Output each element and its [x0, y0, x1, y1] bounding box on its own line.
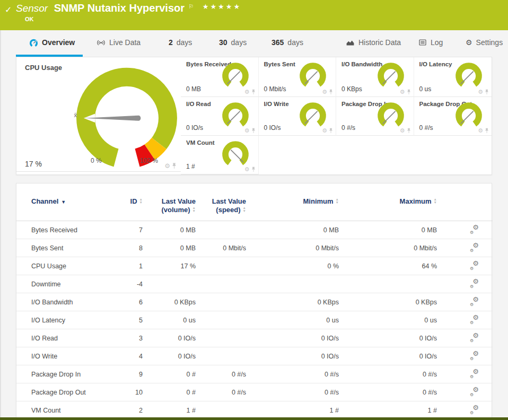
gauge-settings-gear-icon[interactable]: ⚙	[478, 128, 483, 134]
cell-last-value-volume: 0 MB	[144, 239, 197, 257]
gauge-settings-gear-icon[interactable]: ⚙	[400, 128, 405, 134]
tab-live-data[interactable]: Live Data	[97, 30, 141, 55]
col-header-minimum[interactable]: Minimum▲▼	[247, 194, 340, 221]
tab-settings[interactable]: ⚙ Settings	[466, 30, 503, 55]
gauge-bytes-received[interactable]: Bytes Received 0 MB ⚙	[181, 57, 259, 97]
cpu-gauge-title: CPU Usage	[25, 64, 62, 72]
gauge-value: 0 us	[419, 85, 432, 93]
channel-settings-icon[interactable]: ⚙⚙	[470, 388, 479, 396]
priority-stars[interactable]: ★★★★★	[203, 3, 241, 11]
cell-edit: ⚙⚙	[438, 383, 493, 401]
pin-icon[interactable]	[329, 89, 333, 95]
col-header-last-value-volume[interactable]: Last Value (volume)▲▼	[144, 194, 197, 221]
tab-overview[interactable]: Overview	[29, 30, 75, 55]
gauge-bytes-sent[interactable]: Bytes Sent 0 Mbit/s ⚙	[259, 57, 337, 97]
gauge-io-write[interactable]: I/O Write 0 IO/s ⚙	[259, 97, 337, 136]
tab-365-days-number: 365	[271, 38, 284, 47]
col-header-channel[interactable]: Channel▼	[16, 194, 107, 221]
prtg-sensor-page: ✓ Sensor SNMP Nutanix Hypervisor ⚐ ★★★★★…	[0, 0, 508, 420]
gauge-settings-gear-icon[interactable]: ⚙	[322, 89, 327, 95]
cell-id: 2	[107, 401, 144, 419]
tab-historic-data-label: Historic Data	[358, 38, 401, 47]
channel-settings-icon[interactable]: ⚙⚙	[470, 406, 479, 414]
col-header-maximum[interactable]: Maximum▲▼	[340, 194, 438, 221]
gauge-settings-gear-icon[interactable]: ⚙	[478, 89, 483, 95]
cell-minimum: 0 %	[247, 257, 340, 275]
channel-settings-icon[interactable]: ⚙⚙	[470, 334, 479, 342]
gauge-settings-gear-icon[interactable]: ⚙	[164, 163, 170, 169]
pin-icon[interactable]	[485, 128, 489, 134]
cell-minimum: 0 KBps	[247, 293, 340, 311]
gauge-settings-gear-icon[interactable]: ⚙	[322, 128, 327, 134]
sort-icon: ▲▼	[192, 206, 196, 212]
sensor-name: SNMP Nutanix Hypervisor	[54, 2, 185, 14]
gauge-io-read[interactable]: I/O Read 0 IO/s ⚙	[181, 97, 259, 136]
gauge-package-drop-out[interactable]: Package Drop Out 0 #/s ⚙	[414, 97, 492, 136]
table-row: I/O Latency 5 0 us 0 us 0 us ⚙⚙	[16, 311, 493, 329]
tab-overview-label: Overview	[42, 38, 75, 47]
channel-settings-icon[interactable]: ⚙⚙	[470, 243, 479, 251]
tab-30-days-number: 30	[219, 38, 227, 47]
pin-icon[interactable]	[329, 128, 333, 134]
pin-icon[interactable]	[251, 167, 256, 172]
tab-log[interactable]: Log	[418, 30, 443, 55]
gauge-settings-gear-icon[interactable]: ⚙	[244, 167, 250, 172]
cell-minimum: 0 IO/s	[247, 329, 340, 347]
gauge-value: 0 #/s	[419, 124, 433, 132]
pin-icon[interactable]	[407, 128, 411, 134]
channel-settings-icon[interactable]: ⚙⚙	[470, 370, 479, 378]
gauge-io-latency[interactable]: I/O Latency 0 us ⚙	[414, 57, 492, 97]
gear-icon: ⚙	[466, 39, 472, 46]
cell-edit: ⚙⚙	[438, 329, 493, 347]
pin-icon[interactable]	[251, 128, 256, 134]
tab-30-days[interactable]: 30 days	[219, 30, 247, 55]
cpu-gauge-max-label: 102 %	[140, 157, 158, 164]
col-header-id-label: ID	[130, 197, 137, 205]
gauge-settings-gear-icon[interactable]: ⚙	[400, 89, 405, 95]
cell-channel: Package Drop In	[16, 365, 107, 383]
flag-icon[interactable]: ⚐	[188, 3, 194, 10]
pin-icon[interactable]	[485, 89, 489, 95]
channel-settings-icon[interactable]: ⚙⚙	[470, 352, 479, 360]
cell-maximum: 0 us	[340, 311, 438, 329]
channel-settings-icon[interactable]: ⚙⚙	[470, 316, 479, 323]
cpu-usage-gauge-cell[interactable]: CPU Usage x̄ 0 % 102 % 17 % ⚙	[16, 57, 181, 172]
pin-icon[interactable]	[251, 89, 256, 95]
cell-minimum	[247, 275, 340, 293]
tab-2-days-unit: days	[177, 38, 192, 47]
table-header-row: Channel▼ ID▲▼ Last Value (volume)▲▼ Last…	[16, 194, 493, 221]
channel-settings-icon[interactable]: ⚙⚙	[470, 279, 479, 287]
cell-edit: ⚙⚙	[438, 221, 493, 239]
cell-edit: ⚙⚙	[438, 275, 493, 293]
col-header-lvs-line1: Last Value	[197, 197, 246, 206]
col-header-id[interactable]: ID▲▼	[107, 194, 144, 221]
sort-icon: ▲▼	[139, 198, 143, 204]
page-bottom-border	[0, 417, 508, 420]
gauge-package-drop-in[interactable]: Package Drop In 0 #/s ⚙	[336, 97, 414, 136]
tab-historic-data[interactable]: Historic Data	[346, 30, 401, 55]
pin-icon[interactable]	[407, 89, 411, 95]
col-header-last-value-speed[interactable]: Last Value (speed)▲▼	[197, 194, 247, 221]
gauge-vm-count[interactable]: VM Count 1 # ⚙	[181, 136, 259, 174]
mean-marker: x̄	[74, 112, 77, 118]
gauge-io-bandwidth[interactable]: I/O Bandwidth 0 KBps ⚙	[336, 57, 414, 97]
cell-last-value-volume: 17 %	[144, 257, 197, 275]
cell-id: 9	[107, 365, 144, 383]
channel-settings-icon[interactable]: ⚙⚙	[470, 261, 479, 269]
gauge-controls: ⚙	[400, 128, 411, 134]
tab-365-days[interactable]: 365 days	[271, 30, 303, 55]
tab-2-days[interactable]: 2 days	[169, 30, 192, 55]
col-header-minimum-label: Minimum	[303, 197, 334, 205]
gauge-settings-gear-icon[interactable]: ⚙	[244, 89, 250, 95]
cpu-gauge-value: 17 %	[25, 160, 42, 168]
cell-id: -4	[107, 275, 144, 293]
table-row: CPU Usage 1 17 % 0 % 64 % ⚙⚙	[16, 257, 493, 275]
channel-settings-icon[interactable]: ⚙⚙	[470, 298, 479, 305]
cell-last-value-volume: 0 IO/s	[144, 347, 197, 365]
cell-id: 1	[107, 257, 144, 275]
gauge-settings-gear-icon[interactable]: ⚙	[244, 128, 250, 134]
pin-icon[interactable]	[172, 163, 177, 169]
cell-maximum: 1 #	[340, 401, 438, 419]
cell-last-value-volume: 0 #	[144, 365, 197, 383]
channel-settings-icon[interactable]: ⚙⚙	[470, 225, 479, 233]
